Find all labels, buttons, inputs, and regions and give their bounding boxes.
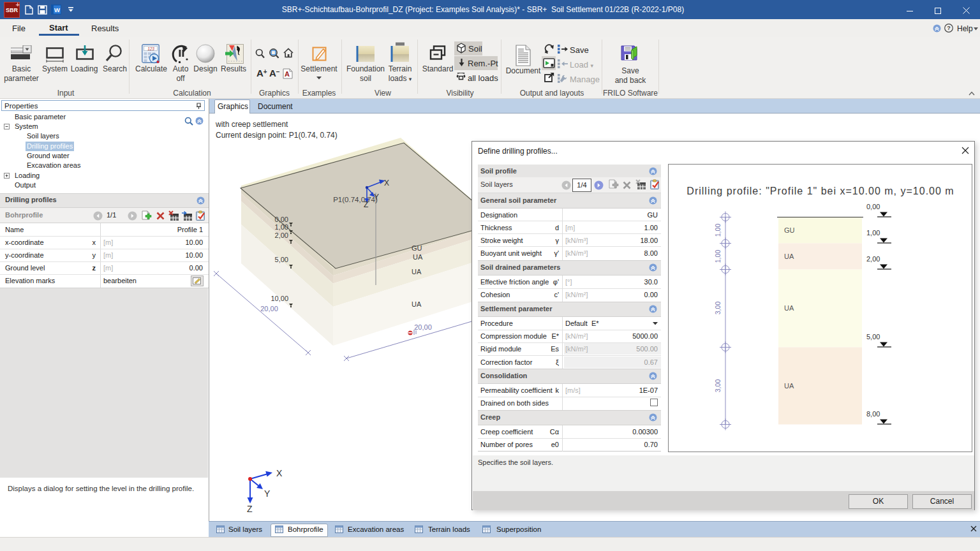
svg-text:2,00: 2,00 bbox=[275, 231, 288, 239]
svg-text:8,00: 8,00 bbox=[866, 410, 880, 418]
svg-text:20,00: 20,00 bbox=[260, 305, 278, 312]
svg-text:123: 123 bbox=[147, 47, 154, 51]
svg-text:GU: GU bbox=[412, 244, 422, 252]
svg-text:0,00: 0,00 bbox=[866, 203, 880, 210]
svg-text:5,00: 5,00 bbox=[866, 333, 880, 341]
svg-text:UA: UA bbox=[412, 268, 422, 276]
svg-text:3,00: 3,00 bbox=[714, 302, 722, 315]
svg-text:UA: UA bbox=[784, 304, 794, 312]
svg-text:Drilling profile: "Profile 1": Drilling profile: "Profile 1" bei x=10.0… bbox=[687, 186, 954, 196]
svg-text:5,00: 5,00 bbox=[275, 256, 288, 263]
svg-text:2,00: 2,00 bbox=[866, 255, 880, 263]
svg-text:Z: Z bbox=[247, 504, 253, 514]
svg-text:0,00: 0,00 bbox=[275, 216, 288, 223]
svg-text:P1(0.74,0.74): P1(0.74,0.74) bbox=[333, 196, 378, 203]
svg-text:Y: Y bbox=[264, 489, 271, 499]
svg-text:X: X bbox=[384, 179, 389, 187]
svg-text:1,00: 1,00 bbox=[714, 250, 722, 263]
svg-text:UA: UA bbox=[413, 253, 423, 261]
svg-text:UA: UA bbox=[784, 382, 794, 390]
svg-text:1,00: 1,00 bbox=[866, 229, 880, 237]
svg-text:20,00: 20,00 bbox=[414, 323, 432, 331]
svg-text:1,00: 1,00 bbox=[714, 224, 722, 237]
svg-text:?: ? bbox=[947, 25, 951, 31]
svg-text:1,00: 1,00 bbox=[275, 223, 288, 231]
svg-text:UA: UA bbox=[412, 300, 422, 308]
svg-text:3,00: 3,00 bbox=[714, 379, 722, 393]
svg-text:A: A bbox=[285, 70, 290, 78]
svg-text:UA: UA bbox=[784, 253, 794, 260]
svg-text:GU: GU bbox=[784, 226, 795, 234]
svg-text:10,00: 10,00 bbox=[271, 295, 288, 302]
svg-text:X: X bbox=[276, 468, 283, 478]
